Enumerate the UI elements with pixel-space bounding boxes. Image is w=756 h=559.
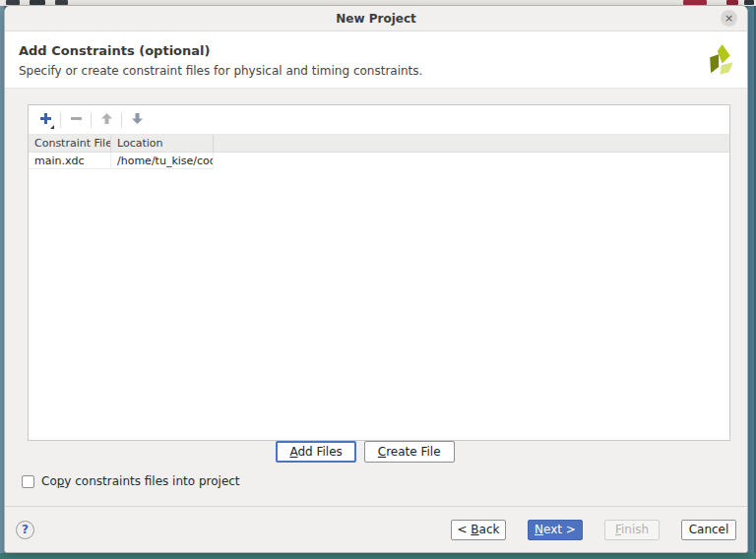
- column-header-constraint-file[interactable]: Constraint File: [29, 135, 111, 152]
- copy-constraints-checkbox[interactable]: [22, 475, 34, 488]
- table-header: Constraint File Location: [29, 135, 729, 153]
- next-label-post: ext >: [543, 523, 576, 536]
- copy-constraints-label: Copy constraints files into project: [41, 474, 240, 488]
- add-files-button[interactable]: Add Files: [276, 441, 355, 463]
- dropdown-triangle-icon: [50, 125, 54, 129]
- add-constraint-button[interactable]: [33, 108, 57, 132]
- page-title: Add Constraints (optional): [19, 43, 733, 58]
- background-toolbar-icon-fragment: [744, 0, 754, 5]
- copy-constraints-row[interactable]: Copy constraints files into project: [22, 474, 240, 488]
- move-up-button[interactable]: [94, 108, 118, 132]
- remove-constraint-button[interactable]: [64, 108, 88, 132]
- dialog-titlebar[interactable]: New Project ×: [5, 6, 747, 31]
- new-project-dialog: New Project × Add Constraints (optional)…: [4, 5, 748, 553]
- copy-label-pre: Co: [41, 474, 57, 488]
- table-row[interactable]: main.xdc /home/tu_kise/code: [29, 153, 729, 169]
- add-files-label-rest: dd Files: [297, 445, 342, 459]
- copy-label-post: y constraints files into project: [64, 474, 239, 488]
- wizard-content: Constraint File Location main.xdc /home/…: [5, 89, 747, 506]
- arrow-down-icon: [131, 112, 144, 128]
- finish-label-post: inish: [621, 523, 649, 536]
- background-right-strip: [748, 6, 756, 553]
- vivado-logo-icon: [704, 41, 735, 83]
- cancel-button[interactable]: Cancel: [681, 520, 736, 540]
- dialog-title: New Project: [336, 12, 416, 26]
- close-icon[interactable]: ×: [721, 10, 737, 27]
- back-label-post: ack: [479, 523, 500, 536]
- toolbar-separator: [91, 112, 92, 128]
- cell-constraint-file[interactable]: main.xdc: [29, 153, 111, 169]
- toolbar-separator: [121, 112, 122, 128]
- back-button[interactable]: < Back: [451, 520, 506, 540]
- help-icon[interactable]: ?: [16, 521, 34, 539]
- wizard-footer: ? < Back Next > Finish Cancel: [5, 506, 747, 552]
- constraints-toolbar: [29, 105, 729, 135]
- column-header-location[interactable]: Location: [111, 135, 214, 152]
- finish-button[interactable]: Finish: [604, 520, 660, 540]
- cell-location[interactable]: /home/tu_kise/code: [111, 153, 214, 169]
- create-file-button[interactable]: Create File: [364, 441, 455, 463]
- back-label-pre: <: [457, 523, 471, 536]
- background-bottom-strip: [0, 553, 756, 559]
- toolbar-separator: [60, 112, 61, 128]
- constraints-panel: Constraint File Location main.xdc /home/…: [28, 104, 730, 441]
- arrow-up-icon: [100, 112, 113, 128]
- file-button-row: Add Files Create File: [5, 441, 725, 463]
- move-down-button[interactable]: [125, 108, 149, 132]
- create-file-mnemonic: C: [378, 445, 386, 459]
- page-subtitle: Specify or create constraint files for p…: [19, 64, 733, 78]
- create-file-label-rest: reate File: [386, 445, 440, 459]
- cancel-label-pre: Cancel: [689, 523, 729, 536]
- back-mnemonic: B: [471, 523, 478, 536]
- next-mnemonic: N: [535, 523, 543, 536]
- minus-icon: [70, 112, 83, 128]
- next-button[interactable]: Next >: [528, 520, 583, 540]
- wizard-header: Add Constraints (optional) Specify or cr…: [5, 31, 747, 89]
